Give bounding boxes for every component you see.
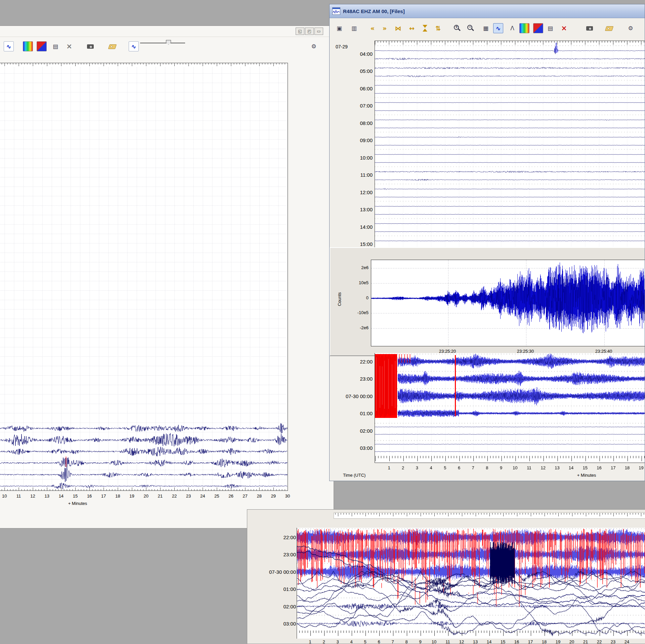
- right-window-titlebar[interactable]: R48AC EHZ AM 00, [Files]: [330, 4, 645, 18]
- settings-icon[interactable]: ⚙: [626, 23, 636, 33]
- x-tick-label: 14: [566, 465, 576, 470]
- x-tick-label: 5: [360, 639, 371, 644]
- zoom-sign: +: [455, 25, 458, 29]
- helicorder-hour-label: 07-30 00:00: [252, 569, 296, 575]
- x-tick-label: 3: [412, 465, 422, 470]
- wave-view-icon[interactable]: ∿: [493, 23, 503, 33]
- x-tick-label: 24: [621, 639, 632, 644]
- copy-clipboard-icon[interactable]: ▤: [50, 41, 60, 51]
- rsam-view-icon[interactable]: [533, 23, 543, 33]
- zoom-slider[interactable]: [140, 39, 185, 47]
- x-tick-label: 26: [225, 493, 236, 499]
- y-tick-label: -10e5: [342, 310, 369, 315]
- x-tick-label: 13: [470, 639, 481, 644]
- scroll-forward-all-icon[interactable]: »: [380, 23, 390, 33]
- expand-time-icon[interactable]: ↔: [407, 23, 417, 33]
- x-tick-label: 19: [636, 465, 645, 470]
- y-tick-label: -2e6: [342, 325, 369, 330]
- open-file-icon[interactable]: ▣: [334, 23, 344, 33]
- spectrogram-view-icon[interactable]: [519, 23, 529, 33]
- zoom-in-icon[interactable]: +: [452, 23, 462, 33]
- helicorder-window-left: ◱◰▭ ∿▤×∿⚙ 101112131415161718192021222324…: [0, 26, 334, 528]
- scale-updown-icon[interactable]: ⇅: [433, 23, 443, 33]
- x-tick-label: 14: [56, 493, 67, 499]
- camera-snapshot-icon[interactable]: [585, 23, 595, 33]
- x-tick-label: 2: [318, 639, 329, 644]
- x-tick-label: 16: [594, 465, 605, 470]
- detach-button[interactable]: ◰: [305, 28, 314, 35]
- chart-axes-icon[interactable]: ▦: [481, 23, 491, 33]
- x-tick-label: 12: [456, 639, 467, 644]
- wave-settings-icon[interactable]: ∿: [129, 41, 139, 51]
- wave-plot[interactable]: [371, 260, 645, 346]
- spectrogram-view-icon[interactable]: [23, 41, 33, 51]
- goto-time-icon[interactable]: [420, 23, 430, 33]
- helicorder-plot-top[interactable]: [375, 41, 645, 248]
- compress-time-icon[interactable]: ⋈: [393, 23, 403, 33]
- x-tick-label: 13: [552, 465, 562, 470]
- zoom-slider-track: [140, 43, 185, 43]
- x-tick-label: 1: [305, 639, 315, 644]
- restore-button[interactable]: ◱: [296, 28, 304, 35]
- x-tick-label: 22: [594, 639, 605, 644]
- helicorder-hour-label: 14:00: [336, 224, 373, 230]
- x-tick-label: 28: [254, 493, 265, 499]
- remove-view-icon[interactable]: ×: [559, 23, 569, 33]
- y-tick-label: 10e5: [342, 280, 369, 285]
- maximize-button[interactable]: ▭: [314, 28, 323, 35]
- x-tick-label: 7: [387, 639, 398, 644]
- helicorder-hour-label: 10:00: [336, 155, 373, 161]
- settings-icon[interactable]: ⚙: [309, 41, 319, 51]
- zoom-slider-thumb[interactable]: [166, 40, 171, 45]
- scroll-back-all-icon[interactable]: «: [368, 23, 378, 33]
- helicorder-hour-label: 03:00: [252, 621, 296, 627]
- helicorder-date-label: 07-29: [336, 44, 348, 49]
- helicorder-window-right: R48AC EHZ AM 00, [Files] ▣▥«»⋈↔⇅+−▦∿Λ▤×⚙…: [329, 4, 645, 481]
- helicorder-plot[interactable]: [297, 528, 645, 639]
- x-tick-label: 8: [482, 465, 492, 470]
- x-tick-label: 6: [374, 639, 384, 644]
- helicorder-hour-label: 02:00: [252, 604, 296, 609]
- helicorder-hour-label: 03:00: [336, 445, 373, 451]
- helicorder-window-bottom: 22:0023:0007-30 00:0001:0002:0003:00 123…: [247, 509, 645, 644]
- x-tick-label: 29: [268, 493, 279, 499]
- x-tick-label: 10: [510, 465, 520, 470]
- helicorder-hour-label: 07-30 00:00: [336, 393, 373, 399]
- copy-clipboard-icon[interactable]: ▤: [545, 23, 555, 33]
- left-window-titlebar[interactable]: [0, 26, 334, 37]
- x-tick-label: 5: [440, 465, 450, 470]
- x-tick-label: 10: [429, 639, 439, 644]
- x-tick-label: 9: [496, 465, 507, 470]
- helicorder-hour-label: 13:00: [336, 207, 373, 212]
- x-tick-label: 23: [183, 493, 194, 499]
- helicorder-hour-label: 01:00: [252, 586, 296, 592]
- tag-icon[interactable]: [107, 41, 117, 51]
- wave-view-icon[interactable]: ∿: [4, 41, 14, 51]
- rsam-view-icon[interactable]: [37, 41, 47, 51]
- spectra-view-icon[interactable]: Λ: [507, 23, 517, 33]
- x-tick-label: 11: [13, 493, 24, 499]
- helicorder-hour-label: 08:00: [336, 120, 373, 126]
- helicorder-hour-label: 23:00: [336, 376, 373, 382]
- x-tick-label: 24: [197, 493, 208, 499]
- x-tick-label: 2: [398, 465, 408, 470]
- save-view-icon[interactable]: ▥: [349, 23, 359, 33]
- x-tick-label: 21: [155, 493, 166, 499]
- camera-snapshot-icon[interactable]: [85, 41, 95, 51]
- helicorder-hour-label: 12:00: [336, 189, 373, 195]
- helicorder-hour-label: 01:00: [336, 411, 373, 416]
- x-tick-label: 15: [580, 465, 591, 470]
- x-tick-label: 16: [511, 639, 522, 644]
- zoom-sign: −: [468, 25, 472, 29]
- x-tick-label: 27: [240, 493, 251, 499]
- remove-view-icon[interactable]: ×: [64, 41, 74, 51]
- zoom-out-icon[interactable]: −: [465, 23, 475, 33]
- helicorder-hour-label: 11:00: [336, 172, 373, 178]
- tag-icon[interactable]: [604, 23, 614, 33]
- x-tick-label: 7: [468, 465, 478, 470]
- y-tick-label: 0: [342, 295, 369, 300]
- x-tick-label: 21: [580, 639, 591, 644]
- x-tick-label: 15: [70, 493, 81, 499]
- helicorder-plot-bottom[interactable]: [375, 353, 645, 463]
- helicorder-plot[interactable]: [0, 63, 288, 491]
